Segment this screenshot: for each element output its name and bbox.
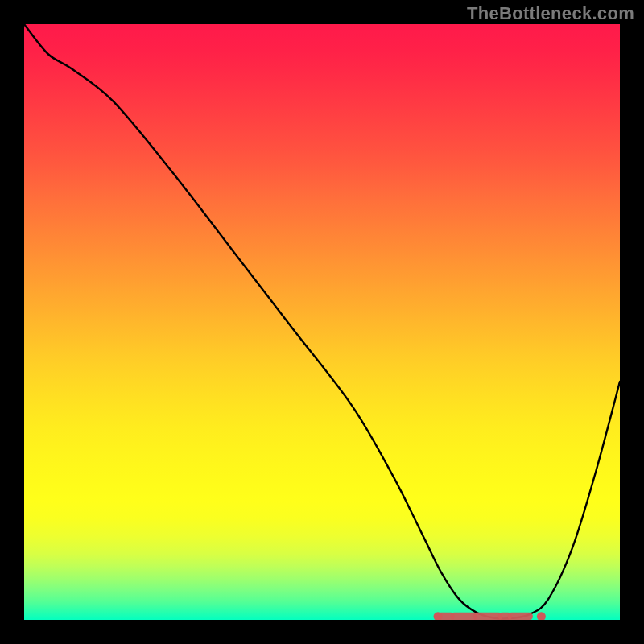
chart-frame: TheBottleneck.com <box>0 0 644 644</box>
attribution-label: TheBottleneck.com <box>467 3 634 24</box>
optimal-range-endpoint <box>537 612 546 620</box>
bottleneck-curve <box>24 24 620 619</box>
optimal-range-marker <box>434 612 546 620</box>
plot-area <box>24 24 620 620</box>
curve-layer <box>24 24 620 620</box>
